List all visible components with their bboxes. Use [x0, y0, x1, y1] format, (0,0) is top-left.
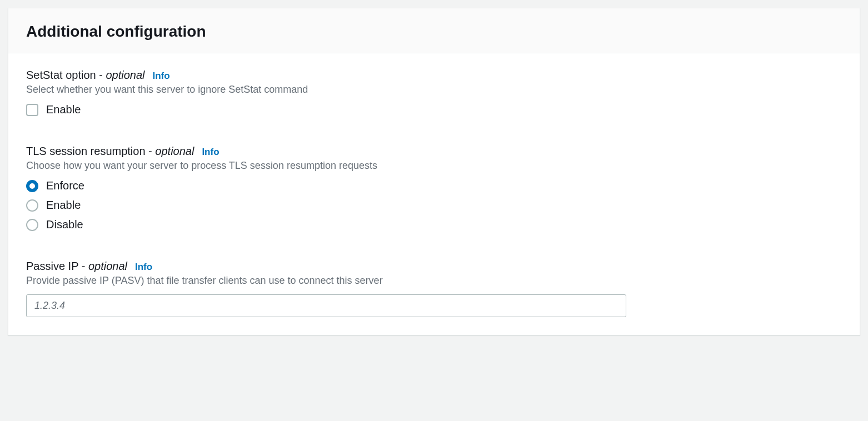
setstat-enable-row[interactable]: Enable [26, 103, 842, 116]
tls-enforce-label: Enforce [46, 179, 84, 192]
setstat-desc: Select whether you want this server to i… [26, 84, 842, 96]
tls-title: TLS session resumption - optional [26, 145, 194, 158]
additional-configuration-panel: Additional configuration SetStat option … [8, 8, 860, 335]
tls-desc: Choose how you want your server to proce… [26, 160, 842, 172]
passive-ip-desc: Provide passive IP (PASV) that file tran… [26, 275, 842, 287]
passive-ip-input[interactable] [26, 294, 626, 317]
passive-ip-info-link[interactable]: Info [135, 262, 152, 273]
passive-ip-title: Passive IP - optional [26, 260, 127, 273]
tls-info-link[interactable]: Info [202, 147, 219, 158]
passive-ip-field-header: Passive IP - optional Info [26, 260, 842, 273]
setstat-title: SetStat option - optional [26, 69, 144, 82]
passive-ip-field-group: Passive IP - optional Info Provide passi… [26, 260, 842, 317]
tls-enable-row[interactable]: Enable [26, 199, 842, 212]
tls-enforce-radio[interactable] [26, 180, 38, 192]
tls-field-group: TLS session resumption - optional Info C… [26, 145, 842, 231]
panel-header: Additional configuration [8, 8, 860, 53]
tls-enable-label: Enable [46, 199, 81, 212]
tls-disable-label: Disable [46, 218, 83, 231]
panel-body: SetStat option - optional Info Select wh… [8, 53, 860, 335]
setstat-enable-label: Enable [46, 103, 81, 116]
panel-title: Additional configuration [26, 22, 842, 42]
setstat-enable-checkbox[interactable] [26, 104, 38, 116]
setstat-field-header: SetStat option - optional Info [26, 69, 842, 82]
tls-disable-row[interactable]: Disable [26, 218, 842, 231]
tls-disable-radio[interactable] [26, 219, 38, 231]
tls-enable-radio[interactable] [26, 199, 38, 212]
setstat-info-link[interactable]: Info [152, 71, 169, 82]
tls-field-header: TLS session resumption - optional Info [26, 145, 842, 158]
tls-enforce-row[interactable]: Enforce [26, 179, 842, 192]
setstat-field-group: SetStat option - optional Info Select wh… [26, 69, 842, 116]
